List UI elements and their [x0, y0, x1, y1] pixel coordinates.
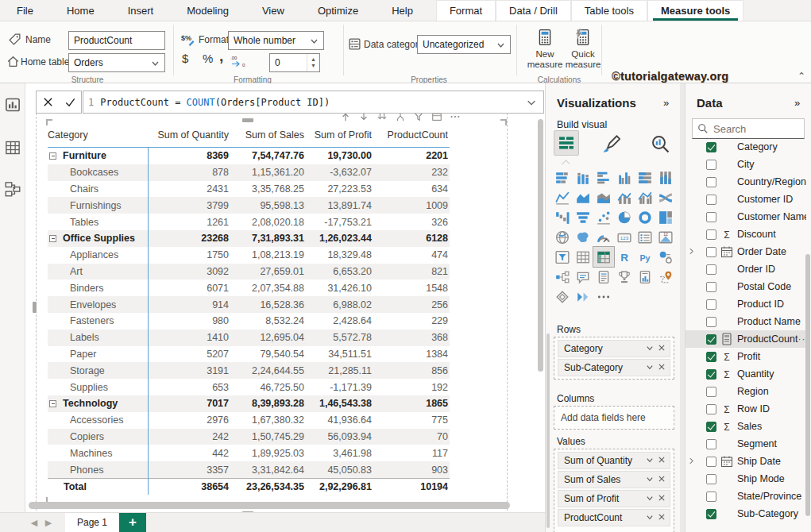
remove-field-icon[interactable]: [658, 493, 666, 504]
smart-narrative-icon[interactable]: [593, 267, 614, 287]
funnel-chart-icon[interactable]: [573, 207, 593, 227]
field-item-state-province[interactable]: State/Province: [685, 488, 806, 505]
kpi-icon[interactable]: 12: [655, 227, 676, 247]
table-row[interactable]: Office Supplies232687,31,893.311,26,023.…: [48, 230, 450, 247]
collapse-data-pane-icon[interactable]: »: [794, 97, 798, 109]
field-item-segment[interactable]: Segment: [685, 435, 806, 453]
canvas-vertical-scrollbar[interactable]: [538, 119, 543, 372]
columns-well[interactable]: Add data fields here: [554, 406, 674, 430]
field-checkbox[interactable]: [706, 195, 716, 205]
currency-button[interactable]: $: [182, 52, 188, 65]
field-item-postal-code[interactable]: Postal Code: [685, 278, 806, 295]
scatter-chart-icon[interactable]: [593, 207, 614, 227]
table-row[interactable]: Chairs24313,35,768.2527,223.53634: [48, 181, 450, 198]
menu-item-insert[interactable]: Insert: [111, 0, 171, 21]
multi-row-card-icon[interactable]: [635, 227, 655, 247]
field-checkbox[interactable]: [706, 212, 716, 222]
column-header-sum-of-sales[interactable]: Sum of Sales: [230, 129, 306, 141]
model-view-icon[interactable]: [5, 181, 21, 197]
line-and-clustered-column-chart-icon[interactable]: [635, 187, 655, 207]
remove-field-icon[interactable]: [658, 343, 666, 354]
field-item-profit[interactable]: ΣProfit: [685, 348, 806, 365]
power-automate-icon[interactable]: [573, 287, 593, 306]
r-script-visual-icon[interactable]: R: [614, 247, 635, 267]
collapse-visualizations-pane-icon[interactable]: »: [663, 97, 667, 109]
field-checkbox[interactable]: [706, 299, 716, 310]
new-measure-button[interactable]: Newmeasure: [526, 29, 564, 70]
field-checkbox[interactable]: [706, 334, 716, 345]
formula-bar[interactable]: 1 ProductCount = COUNT(Orders[Product ID…: [83, 91, 544, 114]
stacked-bar-chart-icon[interactable]: [552, 168, 573, 187]
qna-icon[interactable]: [573, 267, 593, 287]
field-checkbox[interactable]: [706, 457, 716, 467]
card-icon[interactable]: 123: [614, 227, 635, 247]
pie-chart-icon[interactable]: [614, 207, 635, 227]
table-row[interactable]: Bookcases8781,15,361.20-3,632.07232: [48, 164, 450, 181]
field-item-order-date[interactable]: Order Date: [685, 243, 806, 260]
field-pill-productcount[interactable]: ProductCount: [558, 509, 670, 526]
table-row[interactable]: Total3865423,26,534.352,92,296.8110194: [48, 478, 450, 495]
menu-item-home[interactable]: Home: [50, 0, 111, 21]
line-and-stacked-column-chart-icon[interactable]: [614, 187, 635, 207]
next-page-icon[interactable]: ▶: [41, 513, 56, 532]
column-header-sum-of-quantity[interactable]: Sum of Quantity: [148, 129, 230, 141]
field-item-ship-mode[interactable]: Ship Mode: [685, 470, 806, 488]
table-row[interactable]: Furnishings379995,598.1313,891.741009: [48, 197, 450, 214]
field-checkbox[interactable]: [706, 142, 716, 152]
menu-item-file[interactable]: File: [0, 0, 50, 21]
tab-measure-tools[interactable]: Measure tools: [647, 0, 743, 21]
field-checkbox[interactable]: [706, 369, 716, 380]
chevron-down-icon[interactable]: [646, 474, 654, 485]
field-checkbox[interactable]: [706, 474, 716, 484]
area-chart-icon[interactable]: [573, 187, 593, 207]
map-icon[interactable]: [552, 227, 573, 247]
currency-chevron-icon[interactable]: [191, 58, 199, 72]
field-checkbox[interactable]: [706, 387, 716, 397]
field-item-productcount[interactable]: ProductCount···: [685, 330, 806, 348]
build-visual-tab[interactable]: [554, 130, 579, 156]
column-header-productcount[interactable]: ProductCount: [373, 129, 450, 141]
field-item-row-id[interactable]: ΣRow ID: [685, 400, 806, 418]
power-apps-icon[interactable]: [552, 287, 573, 306]
thousands-separator-button[interactable]: ,: [219, 48, 223, 65]
menu-item-modeling[interactable]: Modeling: [170, 0, 245, 21]
key-influencers-icon[interactable]: [655, 247, 676, 267]
menu-item-help[interactable]: Help: [375, 0, 430, 21]
format-visual-tab[interactable]: [601, 134, 620, 153]
search-box[interactable]: [692, 118, 805, 139]
menu-item-optimize[interactable]: Optimize: [301, 0, 375, 21]
table-row[interactable]: Machines4421,89,925.033,461.98117: [48, 445, 450, 461]
field-item-sales[interactable]: ΣSales: [685, 418, 806, 435]
field-checkbox[interactable]: [706, 492, 716, 502]
get-more-visuals-icon[interactable]: [593, 287, 614, 306]
canvas-horizontal-scrollbar[interactable]: [29, 502, 510, 509]
remove-field-icon[interactable]: [658, 512, 666, 523]
chevron-down-icon[interactable]: [646, 362, 654, 373]
collapse-ribbon-icon[interactable]: ⌃: [797, 71, 805, 82]
field-item-discount[interactable]: ΣDiscount: [685, 226, 806, 243]
decomposition-tree-icon[interactable]: [552, 267, 573, 287]
field-item-product-id[interactable]: Product ID: [685, 295, 806, 313]
field-item-city[interactable]: City: [685, 156, 806, 173]
table-row[interactable]: Binders60712,07,354.8831,426.101548: [48, 279, 450, 296]
chevron-down-icon[interactable]: [646, 493, 654, 504]
collapse-icon[interactable]: [49, 400, 56, 407]
table-row[interactable]: Labels141012,695.045,572.78368: [48, 330, 450, 346]
stacked-area-chart-icon[interactable]: [593, 187, 614, 207]
column-header-category[interactable]: Category: [48, 129, 148, 141]
decimal-places-icon[interactable]: .000: [230, 53, 248, 67]
matrix-icon[interactable]: [593, 247, 614, 267]
ribbon-chart-icon[interactable]: [655, 187, 676, 207]
stepper-arrows-icon[interactable]: ▲▼: [307, 54, 319, 71]
field-pill-sum-of-profit[interactable]: Sum of Profit: [558, 490, 670, 507]
table-row[interactable]: Envelopes91416,528.366,988.02256: [48, 296, 450, 313]
collapse-icon[interactable]: [49, 152, 56, 160]
remove-field-icon[interactable]: [658, 455, 666, 466]
slicer-icon[interactable]: [552, 247, 573, 267]
line-chart-icon[interactable]: [552, 187, 573, 207]
table-row[interactable]: Accessories29761,67,380.3241,936.64775: [48, 412, 450, 429]
expand-chevron-icon[interactable]: [685, 456, 697, 467]
clustered-bar-chart-icon[interactable]: [593, 168, 614, 187]
commit-formula-icon[interactable]: [64, 96, 76, 108]
measure-name-input[interactable]: ProductCount: [68, 31, 165, 50]
